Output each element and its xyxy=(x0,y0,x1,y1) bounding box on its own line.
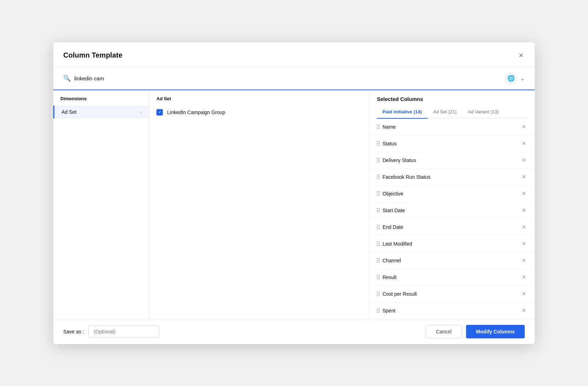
save-as-label: Save as : xyxy=(63,329,84,334)
modal-title: Column Template xyxy=(63,51,122,59)
column-left: Result xyxy=(377,274,397,280)
tab-ad-variant[interactable]: Ad Variant (13) xyxy=(462,106,504,119)
column-item-facebook-run-status: Facebook Run Status ✕ xyxy=(370,169,535,186)
column-item-status: Status ✕ xyxy=(370,135,535,152)
column-item-start-date: Start Date ✕ xyxy=(370,202,535,219)
column-label-spent: Spent xyxy=(383,308,396,313)
modal-body: Dimensions Ad Set › Ad Set ✓ LinkedIn Ca… xyxy=(53,90,535,319)
adset-item-label: LinkedIn Campaign Group xyxy=(167,109,225,115)
cancel-button[interactable]: Cancel xyxy=(426,325,462,338)
column-label-end-date: End Date xyxy=(383,224,403,230)
column-label-name: Name xyxy=(383,124,396,130)
column-label-objective: Objective xyxy=(383,191,403,197)
dimensions-panel: Dimensions Ad Set › xyxy=(53,90,149,319)
column-item-channel: Channel ✕ xyxy=(370,252,535,269)
adset-title: Ad Set xyxy=(149,96,369,106)
remove-button-start-date[interactable]: ✕ xyxy=(520,207,528,214)
remove-button-status[interactable]: ✕ xyxy=(520,140,528,147)
columns-list: Name ✕ Status ✕ xyxy=(370,119,535,319)
column-left: Cost per Result xyxy=(377,291,417,297)
remove-button-cost-per-result[interactable]: ✕ xyxy=(520,290,528,297)
column-item-end-date: End Date ✕ xyxy=(370,219,535,236)
drag-handle-last-modified[interactable] xyxy=(377,241,380,246)
selected-columns-panel: Selected Columns Paid Initiative (14) Ad… xyxy=(370,90,535,319)
search-bar: 🔍 🌐 ⌄ xyxy=(53,68,535,90)
column-item-cost-per-result: Cost per Result ✕ xyxy=(370,286,535,302)
column-item-name: Name ✕ xyxy=(370,119,535,135)
column-left: Facebook Run Status xyxy=(377,174,431,180)
column-item-objective: Objective ✕ xyxy=(370,186,535,202)
search-input[interactable] xyxy=(74,75,501,81)
chevron-right-icon: › xyxy=(140,109,142,114)
chevron-down-button[interactable]: ⌄ xyxy=(520,76,525,81)
drag-handle-result[interactable] xyxy=(377,275,380,279)
save-as-area: Save as : xyxy=(63,326,159,338)
column-item-last-modified: Last Modified ✕ xyxy=(370,236,535,252)
column-left: Name xyxy=(377,124,396,130)
checkbox-linkedin[interactable]: ✓ xyxy=(156,109,163,116)
dimensions-title: Dimensions xyxy=(53,96,149,106)
drag-handle-name[interactable] xyxy=(377,124,380,129)
column-left: Channel xyxy=(377,258,401,263)
dimension-item-label: Ad Set xyxy=(62,109,76,115)
modal-header: Column Template × xyxy=(53,42,535,68)
drag-handle-facebook-run-status[interactable] xyxy=(377,175,380,179)
adset-item-linkedin[interactable]: ✓ LinkedIn Campaign Group xyxy=(149,106,369,119)
modify-columns-button[interactable]: Modify Columns xyxy=(466,325,525,338)
column-label-delivery-status: Delivery Status xyxy=(383,157,416,163)
drag-handle-cost-per-result[interactable] xyxy=(377,291,380,296)
column-label-facebook-run-status: Facebook Run Status xyxy=(383,174,431,180)
remove-button-end-date[interactable]: ✕ xyxy=(520,224,528,231)
save-as-input[interactable] xyxy=(88,326,159,338)
adset-panel: Ad Set ✓ LinkedIn Campaign Group xyxy=(149,90,370,319)
column-label-channel: Channel xyxy=(383,258,401,263)
tab-paid-initiative[interactable]: Paid Initiative (14) xyxy=(377,106,428,119)
globe-button[interactable]: 🌐 xyxy=(505,73,517,85)
column-label-result: Result xyxy=(383,274,397,280)
drag-handle-status[interactable] xyxy=(377,141,380,146)
selected-columns-header: Selected Columns Paid Initiative (14) Ad… xyxy=(370,90,535,119)
column-label-last-modified: Last Modified xyxy=(383,241,412,247)
column-label-start-date: Start Date xyxy=(383,208,405,213)
column-left: Last Modified xyxy=(377,241,412,247)
remove-button-last-modified[interactable]: ✕ xyxy=(520,240,528,247)
drag-handle-delivery-status[interactable] xyxy=(377,158,380,162)
column-left: Delivery Status xyxy=(377,157,416,163)
column-template-modal: Column Template × 🔍 🌐 ⌄ Dimensions Ad Se… xyxy=(53,42,535,344)
column-left: Start Date xyxy=(377,208,405,213)
column-item-spent: Spent ✕ xyxy=(370,302,535,319)
column-left: Status xyxy=(377,141,397,146)
drag-handle-objective[interactable] xyxy=(377,191,380,196)
drag-handle-spent[interactable] xyxy=(377,308,380,313)
column-item-result: Result ✕ xyxy=(370,269,535,286)
modal-footer: Save as : Cancel Modify Columns xyxy=(53,319,535,344)
column-item-delivery-status: Delivery Status ✕ xyxy=(370,152,535,169)
drag-handle-channel[interactable] xyxy=(377,258,380,263)
column-left: End Date xyxy=(377,224,403,230)
drag-handle-end-date[interactable] xyxy=(377,225,380,229)
column-tabs: Paid Initiative (14) Ad Set (21) Ad Vari… xyxy=(377,106,528,119)
search-icon: 🔍 xyxy=(63,75,71,82)
tab-ad-set[interactable]: Ad Set (21) xyxy=(428,106,463,119)
remove-button-result[interactable]: ✕ xyxy=(520,274,528,281)
column-label-cost-per-result: Cost per Result xyxy=(383,291,417,297)
close-button[interactable]: × xyxy=(517,50,525,61)
remove-button-spent[interactable]: ✕ xyxy=(520,307,528,314)
column-label-status: Status xyxy=(383,141,397,146)
remove-button-delivery-status[interactable]: ✕ xyxy=(520,157,528,164)
remove-button-objective[interactable]: ✕ xyxy=(520,190,528,197)
remove-button-channel[interactable]: ✕ xyxy=(520,257,528,264)
selected-columns-title: Selected Columns xyxy=(377,96,528,102)
footer-actions: Cancel Modify Columns xyxy=(426,325,525,338)
column-left: Objective xyxy=(377,191,403,197)
column-left: Spent xyxy=(377,308,396,313)
remove-button-name[interactable]: ✕ xyxy=(520,123,528,130)
drag-handle-start-date[interactable] xyxy=(377,208,380,213)
remove-button-facebook-run-status[interactable]: ✕ xyxy=(520,173,528,181)
dimension-item-adset[interactable]: Ad Set › xyxy=(53,106,149,118)
